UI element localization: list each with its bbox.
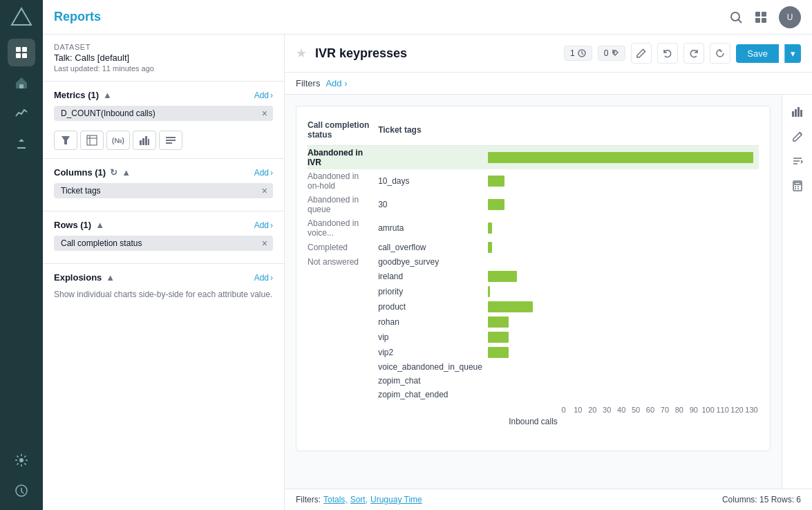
svg-rect-18 <box>140 140 142 145</box>
nav-upload[interactable] <box>8 130 35 158</box>
explosions-title: Explosions ▲ <box>54 272 115 283</box>
svg-rect-19 <box>142 138 144 145</box>
rows-section: Rows (1) ▲ Add › Call completion status … <box>43 211 284 264</box>
svg-rect-1 <box>16 47 21 52</box>
edit-icon[interactable] <box>631 43 652 64</box>
paint-tool[interactable] <box>786 125 809 147</box>
svg-rect-11 <box>762 12 766 17</box>
svg-rect-3 <box>16 53 21 58</box>
columns-rows-info: Columns: 15 Rows: 6 <box>722 495 801 504</box>
undo-icon[interactable] <box>657 43 678 64</box>
svg-rect-32 <box>800 110 802 117</box>
x-axis-label: 50 <box>629 406 643 414</box>
x-axis-labels: 0102030405060708090100110120130 <box>308 406 759 414</box>
explosions-add[interactable]: Add › <box>254 273 273 283</box>
star-button[interactable]: ★ <box>296 46 307 61</box>
grid-icon[interactable] <box>754 10 768 24</box>
svg-point-6 <box>19 458 23 462</box>
svg-line-27 <box>582 53 583 55</box>
x-axis-title: Inbound calls <box>308 417 759 426</box>
rows-chevron[interactable]: ▲ <box>95 220 104 230</box>
nav-settings[interactable] <box>8 446 35 474</box>
save-button[interactable]: Save <box>736 44 779 63</box>
x-axis-label: 130 <box>744 406 759 414</box>
row-tag: vip <box>378 330 488 345</box>
nav-home[interactable] <box>8 39 35 66</box>
bar-chart: Call completion status Ticket tags Aband… <box>296 106 771 451</box>
footer-link-totals[interactable]: Totals, <box>323 495 348 504</box>
row-bar <box>488 360 759 374</box>
svg-rect-24 <box>166 142 172 144</box>
row-tag: rohan <box>378 314 488 330</box>
columns-pill[interactable]: Ticket tags × <box>54 183 273 198</box>
sort-tool[interactable] <box>786 150 809 172</box>
text-chart-icon[interactable] <box>159 131 182 150</box>
calculator-tool[interactable] <box>786 175 809 197</box>
x-axis-label: 100 <box>701 406 715 414</box>
row-status <box>308 284 378 299</box>
svg-rect-13 <box>762 18 766 23</box>
svg-rect-2 <box>22 47 27 52</box>
rows-pill-remove[interactable]: × <box>262 238 267 248</box>
row-status: Abandoned in voice... <box>308 216 378 240</box>
explosions-chevron[interactable]: ▲ <box>106 272 115 283</box>
svg-point-8 <box>731 12 739 21</box>
nav-reports[interactable] <box>8 100 35 127</box>
chart-footer: Filters: Totals, Sort, Uruguay Time Colu… <box>285 489 812 510</box>
row-status <box>308 345 378 360</box>
app-logo[interactable] <box>9 6 34 30</box>
user-avatar[interactable]: U <box>779 6 801 28</box>
row-status: Abandoned in IVR <box>308 146 378 170</box>
bar-chart-icon[interactable] <box>133 131 156 150</box>
chart-type-tool[interactable] <box>786 100 809 122</box>
row-bar <box>488 255 759 269</box>
row-status <box>308 388 378 402</box>
x-axis-label: 0 <box>556 406 571 414</box>
metrics-add[interactable]: Add › <box>254 91 273 100</box>
svg-rect-10 <box>755 12 760 17</box>
footer-link-timezone[interactable]: Uruguay Time <box>370 495 422 504</box>
row-status <box>308 330 378 345</box>
funnel-chart-icon[interactable] <box>54 131 77 150</box>
rows-pill[interactable]: Call completion status × <box>54 236 273 251</box>
sidebar: Dataset Talk: Calls [default] Last updat… <box>43 35 285 510</box>
row-bar <box>488 345 759 360</box>
report-title: IVR keypresses <box>315 46 556 61</box>
row-status: Abandoned in queue <box>308 193 378 216</box>
nav-support[interactable] <box>8 477 35 504</box>
dataset-label: Dataset <box>54 43 273 51</box>
footer-link-sort[interactable]: Sort, <box>350 495 368 504</box>
rows-add[interactable]: Add › <box>254 220 273 230</box>
save-dropdown-button[interactable]: ▾ <box>784 44 801 63</box>
columns-pill-remove[interactable]: × <box>262 186 267 196</box>
svg-rect-22 <box>166 137 176 138</box>
rows-header: Rows (1) ▲ Add › <box>54 220 273 230</box>
metrics-section: Metrics (1) ▲ Add › D_COUNT(Inbound call… <box>43 82 284 159</box>
svg-rect-29 <box>792 111 794 117</box>
search-icon[interactable] <box>729 10 743 24</box>
svg-rect-15 <box>87 135 97 145</box>
columns-add[interactable]: Add › <box>254 168 273 178</box>
refresh-icon[interactable] <box>710 43 730 64</box>
filters-add-button[interactable]: Add › <box>325 78 347 88</box>
footer-filters-label: Filters: <box>296 495 321 504</box>
metrics-pill[interactable]: D_COUNT(Inbound calls) × <box>54 106 273 121</box>
row-status <box>308 374 378 388</box>
x-axis-label: 80 <box>672 406 686 414</box>
table-chart-icon[interactable] <box>80 131 104 150</box>
metrics-chevron[interactable]: ▲ <box>103 90 112 100</box>
x-axis-label: 40 <box>614 406 629 414</box>
metrics-pill-remove[interactable]: × <box>262 108 267 118</box>
main-layout: Dataset Talk: Calls [default] Last updat… <box>43 35 812 510</box>
explosions-description: Show individual charts side-by-side for … <box>54 288 273 301</box>
number-chart-icon[interactable]: (№) <box>106 131 130 150</box>
svg-marker-14 <box>62 136 70 144</box>
columns-chevron[interactable]: ▲ <box>122 167 131 178</box>
redo-icon[interactable] <box>683 43 704 64</box>
columns-sync-icon[interactable]: ↻ <box>110 167 117 178</box>
col-header-bar <box>488 117 759 146</box>
row-status: Abandoned in on-hold <box>308 169 378 193</box>
svg-line-9 <box>739 19 742 23</box>
nav-dashboard[interactable] <box>8 69 35 97</box>
row-tag: vip2 <box>378 345 488 360</box>
